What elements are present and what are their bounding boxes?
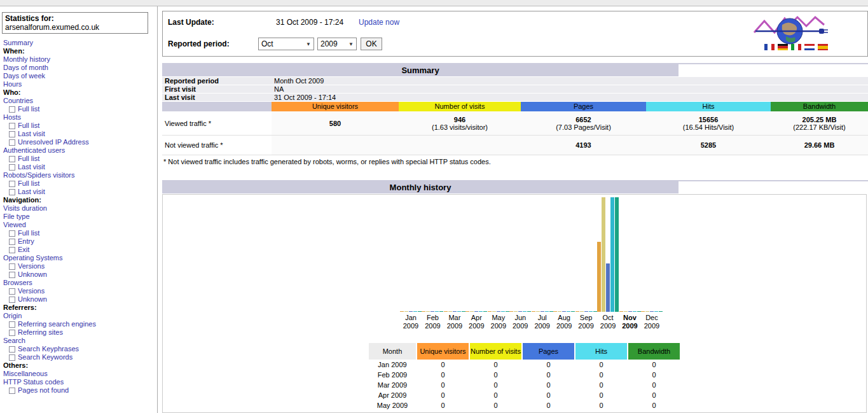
monthly-history-title: Monthly history [162,181,679,193]
menu-sublink[interactable]: Unresolved IP Address [3,138,156,146]
menu-link[interactable]: Countries [3,97,156,105]
menu-link[interactable]: Hours [3,80,156,88]
monthly-column-header-pages: Pages [523,343,574,360]
chart-bar [575,311,579,312]
menu-sublink[interactable]: Full list [3,179,156,188]
month-cell: Feb 2009 [369,370,416,380]
summary-info-row: First visitNA [162,85,868,94]
flag-netherlands-icon[interactable] [804,44,815,50]
chart-bar [633,311,637,312]
value-cell: 0 [575,370,627,380]
viewed-bandwidth: 205.25 MB (222.17 KB/Visit) [771,111,868,135]
menu-link[interactable]: Days of week [3,72,156,80]
menu-sublink[interactable]: Versions [3,287,156,295]
value-cell: 0 [470,370,521,380]
month-select[interactable]: ▼Oct [258,38,314,50]
menu-sublink[interactable]: Pages not found [3,386,156,395]
language-flags [764,44,828,50]
menu-sublink[interactable]: Entry [3,237,156,246]
chart-bar [409,311,413,312]
menu-sublink[interactable]: Versions [3,262,156,270]
menu-sublink[interactable]: Full list [3,105,156,113]
chart-bar [509,311,513,312]
monthly-history-chart [163,195,866,312]
menu-sublink-label: Unresolved IP Address [18,138,89,146]
monthly-table-row: Mar 200900000 [369,380,680,390]
menu-link[interactable]: Search [3,337,156,345]
menu-link[interactable]: Operating Systems [3,254,156,262]
menu-sublink[interactable]: Unknown [3,270,156,279]
menu-link[interactable]: Summary [3,39,156,47]
menu-section-header: Who: [3,88,156,97]
monthly-table-row: Feb 200900000 [369,370,680,380]
menu-sublink[interactable]: Search Keywords [3,353,156,361]
flag-spain-icon[interactable] [818,44,828,50]
menu-link[interactable]: Viewed [3,221,156,229]
menu-sublink[interactable]: Referring search engines [3,320,156,328]
statistics-for-box: Statistics for: arsenalforum.exumed.co.u… [2,12,148,34]
info-value: NA [272,85,868,93]
menu-sublink[interactable]: Full list [3,155,156,163]
chart-bar [431,311,434,312]
menu-sublink-label: Versions [18,262,45,270]
menu-link[interactable]: HTTP Status codes [3,378,156,386]
flag-germany-icon[interactable] [778,44,788,50]
ok-button[interactable]: OK [361,38,382,50]
year-select[interactable]: ▼2009 [317,38,357,50]
menu-sublink-label: Search Keyphrases [18,345,79,353]
menu-link[interactable]: Monthly history [3,55,156,64]
menu-sublink[interactable]: Full list [3,122,156,130]
menu-sublink-label: Entry [18,237,34,246]
month-cell: Mar 2009 [369,380,416,390]
menu-sublink[interactable]: Unknown [3,295,156,304]
value-cell: 0 [523,400,574,410]
menu-link[interactable]: Authenticated users [3,146,156,155]
menu-link[interactable]: Days of month [3,64,156,72]
menu-sublink[interactable]: Referring sites [3,328,156,337]
menu-sublink[interactable]: Last visit [3,188,156,196]
chart-bar [483,311,487,312]
flag-italy-icon[interactable] [791,44,801,50]
value-cell: 0 [417,360,469,370]
menu-link[interactable]: Robots/Spiders visitors [3,171,156,179]
menu-link[interactable]: Visits duration [3,204,156,213]
menu-sublink[interactable]: Full list [3,229,156,237]
chart-bar [536,311,540,312]
statistics-for-label: Statistics for: [5,14,145,23]
info-label: First visit [162,85,272,93]
chart-bar [462,311,465,312]
value-sub: (16.54 Hits/Visit) [646,123,771,131]
menu-link[interactable]: Browsers [3,279,156,287]
menu-link[interactable]: Origin [3,312,156,320]
menu-link[interactable]: Hosts [3,113,156,122]
bar-group-nov-2009 [619,311,642,312]
menu-sublink[interactable]: Exit [3,246,156,254]
chart-bar [610,197,614,312]
detail-list-icon [9,189,15,195]
value-cell: 0 [523,370,574,380]
monthly-table-row: Jan 200900000 [369,360,680,370]
value-cell: 0 [470,360,521,370]
monthly-history-table: MonthUnique visitorsNumber of visitsPage… [369,343,680,410]
menu-link[interactable]: File type [3,213,156,221]
column-header-pages: Pages [521,102,646,111]
flag-france-icon[interactable] [764,44,775,50]
bar-group-may-2009 [488,311,510,312]
summary-info-table: Reported periodMonth Oct 2009First visit… [162,77,868,102]
bar-group-apr-2009 [465,311,488,312]
menu-link[interactable]: Miscellaneous [3,370,156,378]
menu-sublink[interactable]: Last visit [3,130,156,138]
chart-bar [474,311,478,312]
detail-list-icon [9,354,15,361]
column-header-number-of-visits: Number of visits [399,102,521,111]
menu-sublink[interactable]: Search Keyphrases [3,345,156,353]
update-now-link[interactable]: Update now [359,18,399,27]
menu-sublink[interactable]: Last visit [3,163,156,171]
month-column-header: Month [369,343,416,360]
summary-info-row: Last visit31 Oct 2009 - 17:14 [162,94,868,102]
value-cell: 0 [417,380,469,390]
summary-title: Summary [162,64,679,76]
row-label: Not viewed traffic * [162,136,272,155]
value: 15656 [646,116,771,123]
chart-bar [549,311,553,312]
